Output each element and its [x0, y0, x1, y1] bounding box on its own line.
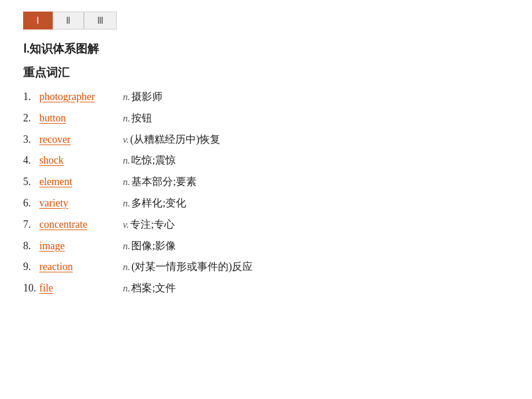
vocab-pos: v. [123, 217, 130, 232]
vocab-meaning: 吃惊;震惊 [131, 152, 176, 169]
vocab-word: element [39, 173, 120, 190]
vocab-meaning: 多样化;变化 [131, 195, 186, 212]
vocab-meaning: 基本部分;要素 [131, 173, 197, 190]
main-container: Ⅰ Ⅱ Ⅲ Ⅰ.知识体系图解 重点词汇 1.photographer n.摄影师… [0, 0, 532, 313]
vocab-number: 2. [23, 110, 39, 127]
vocab-pos: v. [123, 132, 130, 147]
vocab-title: 重点词汇 [23, 65, 509, 80]
vocab-word: button [39, 110, 120, 127]
vocab-word: recover [39, 131, 120, 148]
vocab-item: 10.file n.档案;文件 [23, 280, 509, 297]
vocab-meaning: 摄影师 [131, 88, 162, 105]
vocab-number: 6. [23, 195, 39, 212]
vocab-word: shock [39, 152, 120, 169]
tab-2[interactable]: Ⅱ [53, 12, 84, 29]
vocab-item: 8.image n.图像;影像 [23, 238, 509, 254]
vocab-pos: n. [123, 89, 131, 105]
vocab-number: 5. [23, 173, 39, 190]
vocab-meaning: 专注;专心 [130, 216, 175, 233]
tab-bar: Ⅰ Ⅱ Ⅲ [23, 12, 509, 29]
vocab-number: 10. [23, 280, 39, 297]
vocab-word: image [39, 238, 120, 254]
vocab-pos: n. [123, 153, 131, 168]
vocab-number: 4. [23, 152, 39, 169]
vocab-word: reaction [39, 258, 120, 275]
vocab-item: 4.shock n.吃惊;震惊 [23, 152, 509, 169]
vocab-number: 7. [23, 216, 39, 233]
vocab-pos: n. [123, 174, 131, 190]
vocab-word: file [39, 280, 120, 297]
section-title: Ⅰ.知识体系图解 [23, 41, 509, 57]
vocab-meaning: 按钮 [131, 110, 152, 127]
vocab-number: 8. [23, 238, 39, 254]
vocab-meaning: 图像;影像 [131, 238, 176, 254]
vocab-pos: n. [123, 195, 131, 211]
vocab-pos: n. [123, 238, 131, 254]
vocab-item: 2.button n.按钮 [23, 110, 509, 127]
vocab-item: 3.recover v.(从糟糕经历中)恢复 [23, 131, 509, 148]
vocab-word: variety [39, 195, 120, 212]
vocab-item: 5.element n.基本部分;要素 [23, 173, 509, 190]
vocab-meaning: (对某一情形或事件的)反应 [131, 258, 253, 275]
vocab-pos: n. [123, 259, 131, 275]
vocab-word: concentrate [39, 216, 120, 233]
vocab-item: 7.concentrate v.专注;专心 [23, 216, 509, 233]
vocab-meaning: (从糟糕经历中)恢复 [130, 131, 220, 148]
vocab-number: 9. [23, 258, 39, 275]
tab-1[interactable]: Ⅰ [23, 12, 53, 29]
vocab-meaning: 档案;文件 [131, 280, 176, 297]
vocab-pos: n. [123, 110, 131, 126]
vocab-list: 1.photographer n.摄影师2.button n.按钮3.recov… [23, 88, 509, 297]
vocab-item: 1.photographer n.摄影师 [23, 88, 509, 105]
vocab-number: 3. [23, 131, 39, 148]
vocab-word: photographer [39, 88, 120, 105]
vocab-item: 9.reaction n.(对某一情形或事件的)反应 [23, 258, 509, 275]
vocab-item: 6.variety n.多样化;变化 [23, 195, 509, 212]
vocab-pos: n. [123, 280, 131, 296]
vocab-number: 1. [23, 88, 39, 105]
tab-3[interactable]: Ⅲ [84, 12, 117, 29]
